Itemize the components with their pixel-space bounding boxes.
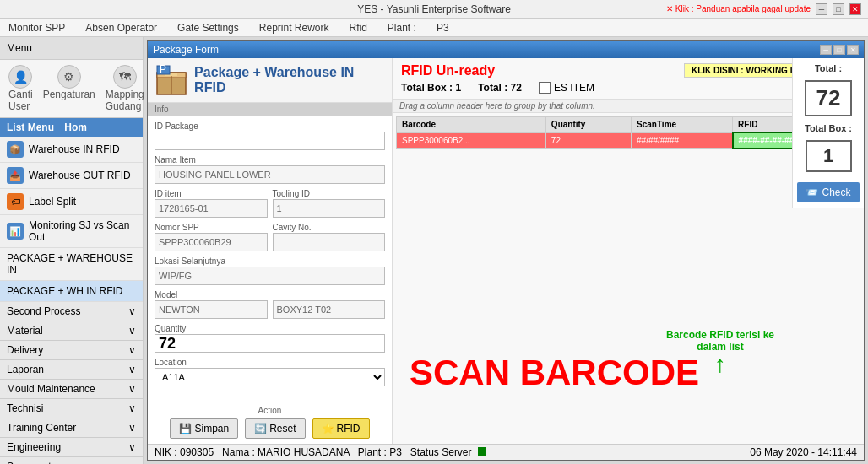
nomor-spp-input: [155, 233, 268, 251]
menu-item-absen[interactable]: Absen Operator: [80, 20, 162, 35]
table-row: SPPP300060B2... 72 ##/##/#### ####-##-##…: [397, 132, 860, 148]
sidebar: Menu 👤 Ganti User ⚙ Pengaturan 🗺 Mapping…: [0, 37, 144, 464]
check-button[interactable]: 📨 Check: [797, 182, 859, 202]
model1-input: [155, 300, 268, 319]
check-label: Check: [822, 186, 850, 198]
form-fields: ID Package Nama Item ID item: [148, 116, 392, 402]
lokasi-label: Lokasi Selanjutnya: [155, 256, 385, 266]
training-label: Training Center: [7, 422, 76, 434]
sidebar-section-second-process[interactable]: Second Process ∨: [0, 302, 143, 321]
sidebar-section-laporan[interactable]: Laporan ∨: [0, 360, 143, 380]
cell-scantime: ##/##/####: [632, 132, 733, 148]
menu-item-monitor-spp[interactable]: Monitor SPP: [3, 20, 70, 35]
es-item-checkbox[interactable]: [539, 82, 551, 94]
form-restore-btn[interactable]: □: [833, 45, 845, 55]
nama-item-input: [155, 165, 385, 184]
sidebar-icon-pengaturan[interactable]: ⚙ Pengaturan: [40, 63, 99, 114]
rfid-total-box: Total Box : 1: [401, 82, 461, 94]
package-box-icon: P: [155, 63, 187, 97]
check-icon: 📨: [806, 186, 818, 198]
sidebar-item-monitoring-sj[interactable]: 📊 Monitoring SJ vs Scan Out: [0, 215, 143, 248]
monitoring-sj-icon: 📊: [7, 223, 24, 240]
col-quantity: Quantity: [545, 117, 631, 133]
technisi-label: Technisi: [7, 402, 43, 414]
nama-item-label: Nama Item: [155, 155, 385, 165]
sidebar-section-engineering[interactable]: Engineering ∨: [0, 438, 143, 457]
totals-box: Total : 72 Total Box : 1 📨 Check: [792, 58, 864, 208]
menu-item-gate[interactable]: Gate Settings: [172, 20, 244, 35]
es-item-check[interactable]: ES ITEM: [539, 82, 594, 94]
sidebar-icon-mapping[interactable]: 🗺 Mapping Gudang: [102, 63, 148, 114]
field-row-quantity: Quantity: [155, 324, 385, 353]
klik-notice[interactable]: ✕ Klik : Panduan apabila gagal update: [666, 4, 811, 13]
id-item-label: ID item: [155, 189, 268, 198]
package-header: P Package + Warehouse IN RFID: [148, 58, 392, 103]
technisi-chevron: ∨: [128, 402, 136, 414]
sidebar-section-mould[interactable]: Mould Maintenance ∨: [0, 380, 143, 399]
form-title-bar: Package Form ─ □ ✕: [148, 41, 864, 58]
engineering-chevron: ∨: [128, 441, 136, 453]
rfid-status: RFID Un-ready: [401, 63, 594, 78]
sidebar-section-material[interactable]: Material ∨: [0, 321, 143, 341]
close-button[interactable]: ✕: [849, 3, 861, 15]
table-header-row: Barcode Quantity ScanTime RFID: [397, 117, 860, 133]
minimize-button[interactable]: ─: [816, 3, 827, 15]
ganti-user-icon: 👤: [8, 65, 32, 89]
sidebar-section-technisi[interactable]: Technisi ∨: [0, 399, 143, 418]
sparepart-chevron: ∨: [128, 461, 136, 464]
sidebar-section-sparepart[interactable]: Sparepart ∨: [0, 457, 143, 464]
totals-label: Total :: [815, 63, 842, 73]
laporan-label: Laporan: [7, 364, 44, 375]
data-table: Barcode Quantity ScanTime RFID SPPP30006…: [396, 116, 860, 149]
content-area: Package Form ─ □ ✕: [144, 37, 868, 464]
nomor-spp-label: Nomor SPP: [155, 223, 268, 232]
form-minimize-btn[interactable]: ─: [820, 45, 832, 55]
menu-label: Menu: [7, 42, 32, 54]
reset-label: Reset: [269, 423, 296, 434]
simpan-button[interactable]: 💾 Simpan: [170, 418, 238, 439]
form-close-btn[interactable]: ✕: [847, 45, 859, 55]
sidebar-item-package-wh-in-rfid[interactable]: PACKAGE + WH IN RFID: [0, 281, 143, 302]
cavity-no-label: Cavity No.: [273, 223, 386, 232]
quantity-label: Quantity: [155, 324, 385, 333]
location-select[interactable]: A11A A11B A12A B11A: [155, 368, 385, 386]
id-package-input[interactable]: [155, 132, 385, 150]
title-bar-controls: ✕ Klik : Panduan apabila gagal update ─ …: [666, 0, 861, 18]
rfid-totals: Total Box : 1 Total : 72 ES ITEM: [401, 82, 594, 94]
sidebar-icons: 👤 Ganti User ⚙ Pengaturan 🗺 Mapping Guda…: [0, 60, 143, 118]
tooling-id-input: [273, 199, 386, 218]
menu-item-reprint[interactable]: Reprint Rework: [254, 20, 334, 35]
mapping-label: Mapping Gudang: [106, 89, 144, 112]
menu-item-rfid[interactable]: Rfid: [344, 20, 372, 35]
form-win-buttons: ─ □ ✕: [820, 45, 859, 55]
field-group-model1: Model: [155, 290, 268, 319]
field-row-id-item-tooling: ID item Tooling ID: [155, 189, 385, 218]
sidebar-item-warehouse-out-rfid[interactable]: 📤 Warehouse OUT RFID: [0, 163, 143, 189]
right-panel: RFID Un-ready Total Box : 1 Total : 72: [393, 58, 864, 444]
rfid-button[interactable]: ⭐ RFID: [312, 418, 370, 439]
quantity-input[interactable]: [155, 334, 385, 353]
sidebar-section-delivery[interactable]: Delivery ∨: [0, 341, 143, 360]
sidebar-item-package-wh-in[interactable]: PACKAGE + WAREHOUSE IN: [0, 248, 143, 281]
sidebar-item-label-split[interactable]: 🏷 Label Split: [0, 189, 143, 215]
delivery-label: Delivery: [7, 344, 43, 356]
ganti-user-label: Ganti User: [8, 89, 33, 112]
cell-quantity: 72: [545, 132, 631, 148]
id-package-label: ID Package: [155, 121, 385, 131]
package-form: Package Form ─ □ ✕: [147, 40, 865, 461]
simpan-icon: 💾: [179, 423, 192, 434]
field-group-cavity: Cavity No.: [273, 223, 386, 251]
sidebar-icon-ganti-user[interactable]: 👤 Ganti User: [5, 63, 36, 114]
info-label: Info: [148, 103, 392, 116]
sidebar-item-warehouse-in-rfid[interactable]: 📦 Warehouse IN RFID: [0, 137, 143, 163]
rfid-icon: ⭐: [322, 423, 334, 434]
rfid-label: RFID: [337, 423, 361, 434]
sidebar-section-training[interactable]: Training Center ∨: [0, 418, 143, 438]
warehouse-out-rfid-label: Warehouse OUT RFID: [29, 170, 131, 181]
form-title: Package Form: [153, 44, 219, 56]
maximize-button[interactable]: □: [833, 3, 844, 15]
field-group-tooling: Tooling ID: [273, 189, 386, 218]
reset-button[interactable]: 🔄 Reset: [245, 418, 305, 439]
status-indicator: [478, 447, 486, 456]
id-item-input: [155, 199, 268, 218]
